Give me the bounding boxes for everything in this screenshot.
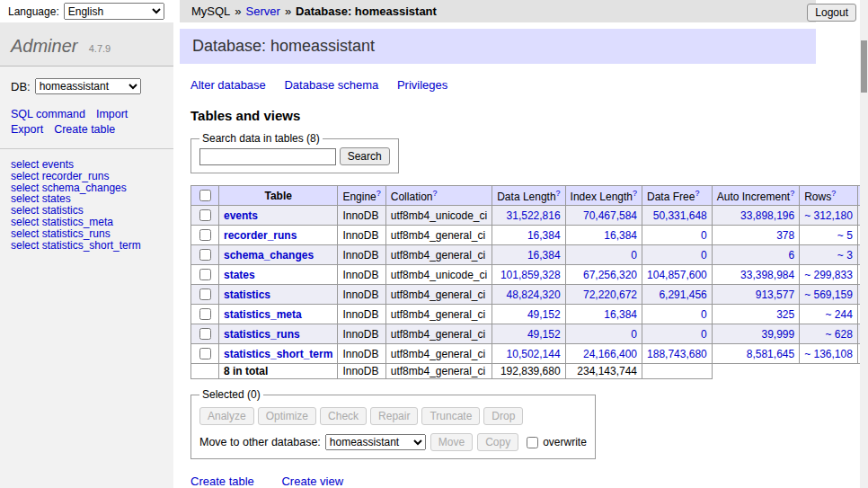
auto-increment-link[interactable]: 913,577 bbox=[756, 288, 794, 301]
help-icon[interactable]: ? bbox=[695, 189, 699, 198]
data-free-link[interactable]: 6,291,456 bbox=[659, 288, 706, 301]
move-label: Move to other database: bbox=[199, 436, 321, 448]
help-icon[interactable]: ? bbox=[556, 189, 561, 198]
row-checkbox[interactable] bbox=[199, 249, 211, 261]
data-free-link[interactable]: 0 bbox=[701, 249, 707, 262]
help-icon[interactable]: ? bbox=[790, 189, 794, 198]
data-length-link[interactable]: 48,824,320 bbox=[507, 288, 561, 301]
rows-link[interactable]: ~ 3 bbox=[837, 249, 853, 262]
rows-link[interactable]: ~ 136,108 bbox=[804, 348, 853, 360]
row-checkbox[interactable] bbox=[199, 269, 211, 280]
sidebar-item-select-statistics-short-term[interactable]: select statistics_short_term bbox=[11, 240, 163, 252]
index-length-link[interactable]: 0 bbox=[631, 249, 637, 262]
sidebar-link-sql-command[interactable]: SQL command bbox=[11, 108, 85, 120]
rows-link[interactable]: ~ 299,833 bbox=[804, 269, 853, 281]
table-link[interactable]: states bbox=[224, 269, 255, 281]
data-free-link[interactable]: 50,331,648 bbox=[653, 209, 707, 222]
index-length-link[interactable]: 72,220,672 bbox=[583, 288, 637, 301]
index-length-link[interactable]: 70,467,584 bbox=[583, 209, 637, 222]
auto-increment-link[interactable]: 6 bbox=[788, 249, 794, 262]
move-db-select[interactable]: homeassistant bbox=[325, 434, 426, 450]
auto-increment-link[interactable]: 33,898,196 bbox=[740, 209, 794, 222]
table-link[interactable]: events bbox=[224, 209, 258, 222]
data-free-link[interactable]: 0 bbox=[701, 328, 707, 341]
table-link[interactable]: statistics bbox=[224, 288, 270, 301]
sidebar-link-export[interactable]: Export bbox=[11, 123, 43, 136]
data-length-link[interactable]: 16,384 bbox=[527, 249, 561, 262]
column-header-collation: Collation? bbox=[385, 186, 492, 206]
move-button[interactable]: Move bbox=[430, 433, 473, 451]
repair-button[interactable]: Repair bbox=[370, 407, 418, 425]
table-link[interactable]: schema_changes bbox=[224, 249, 314, 262]
search-button[interactable]: Search bbox=[340, 147, 390, 165]
auto-increment-link[interactable]: 378 bbox=[776, 229, 794, 242]
drop-button[interactable]: Drop bbox=[483, 407, 523, 425]
auto-increment-link[interactable]: 39,999 bbox=[761, 328, 794, 341]
table-link[interactable]: statistics_short_term bbox=[224, 348, 332, 360]
app-name: Adminer bbox=[11, 36, 77, 56]
database-schema-link[interactable]: Database schema bbox=[284, 78, 378, 92]
overwrite-checkbox[interactable] bbox=[527, 437, 538, 448]
help-icon[interactable]: ? bbox=[432, 189, 437, 198]
sidebar-item-select-statistics-runs[interactable]: select statistics_runs bbox=[11, 228, 163, 240]
rows-link[interactable]: ~ 5 bbox=[837, 229, 853, 242]
sidebar-link-create-table[interactable]: Create table bbox=[54, 123, 115, 136]
help-icon[interactable]: ? bbox=[633, 189, 637, 198]
create-view-link[interactable]: Create view bbox=[281, 475, 343, 488]
data-length-link[interactable]: 101,859,328 bbox=[500, 269, 561, 281]
truncate-button[interactable]: Truncate bbox=[421, 407, 480, 425]
search-input[interactable] bbox=[199, 148, 336, 165]
data-length-link[interactable]: 31,522,816 bbox=[507, 209, 561, 222]
logout-button[interactable]: Logout bbox=[807, 4, 856, 22]
row-checkbox[interactable] bbox=[199, 348, 211, 359]
breadcrumb-server-link[interactable]: Server bbox=[246, 4, 280, 18]
copy-button[interactable]: Copy bbox=[477, 433, 518, 451]
data-length-link[interactable]: 49,152 bbox=[527, 328, 561, 341]
collation-cell: utf8mb4_general_ci bbox=[385, 324, 492, 344]
index-length-link[interactable]: 67,256,320 bbox=[583, 269, 637, 281]
create-table-link[interactable]: Create table bbox=[190, 475, 254, 488]
sidebar-item-select-events[interactable]: select events bbox=[11, 159, 163, 171]
data-length-link[interactable]: 49,152 bbox=[527, 308, 561, 321]
data-length-link[interactable]: 10,502,144 bbox=[507, 348, 561, 360]
row-checkbox[interactable] bbox=[199, 308, 211, 320]
index-length-link[interactable]: 0 bbox=[631, 328, 637, 341]
auto-increment-link[interactable]: 8,581,645 bbox=[747, 348, 794, 360]
scrollbar-thumb[interactable] bbox=[861, 40, 867, 93]
data-free-link[interactable]: 188,743,680 bbox=[647, 348, 707, 360]
table-link[interactable]: statistics_meta bbox=[224, 308, 302, 321]
auto-increment-link[interactable]: 33,398,984 bbox=[740, 269, 794, 281]
index-length-link[interactable]: 24,166,400 bbox=[583, 348, 637, 360]
optimize-button[interactable]: Optimize bbox=[258, 407, 316, 425]
row-checkbox[interactable] bbox=[199, 328, 211, 340]
analyze-button[interactable]: Analyze bbox=[199, 407, 254, 425]
sidebar-item-select-recorder-runs[interactable]: select recorder_runs bbox=[11, 171, 163, 182]
table-link[interactable]: recorder_runs bbox=[224, 229, 297, 242]
rows-link[interactable]: ~ 244 bbox=[826, 308, 853, 321]
row-checkbox[interactable] bbox=[199, 209, 211, 221]
rows-link[interactable]: ~ 569,159 bbox=[804, 288, 853, 301]
help-icon[interactable]: ? bbox=[831, 189, 836, 198]
sidebar-item-select-statistics-meta[interactable]: select statistics_meta bbox=[11, 217, 163, 228]
data-free-link[interactable]: 104,857,600 bbox=[647, 269, 707, 281]
alter-database-link[interactable]: Alter database bbox=[190, 78, 266, 92]
data-free-link[interactable]: 0 bbox=[701, 308, 707, 321]
data-length-link[interactable]: 16,384 bbox=[527, 229, 561, 242]
row-checkbox[interactable] bbox=[199, 229, 211, 241]
auto-increment-link[interactable]: 325 bbox=[776, 308, 794, 321]
rows-link[interactable]: ~ 312,180 bbox=[804, 209, 853, 222]
check-button[interactable]: Check bbox=[320, 407, 367, 425]
index-length-link[interactable]: 16,384 bbox=[604, 229, 637, 242]
help-icon[interactable]: ? bbox=[376, 189, 381, 198]
index-length-link[interactable]: 16,384 bbox=[604, 308, 637, 321]
rows-link[interactable]: ~ 628 bbox=[826, 328, 853, 341]
sidebar-link-import[interactable]: Import bbox=[96, 108, 128, 120]
table-link[interactable]: statistics_runs bbox=[224, 328, 300, 341]
select-all-checkbox[interactable] bbox=[199, 190, 211, 201]
row-checkbox[interactable] bbox=[199, 288, 211, 300]
scrollbar-track[interactable] bbox=[860, 0, 868, 488]
data-free-link[interactable]: 0 bbox=[701, 229, 707, 242]
privileges-link[interactable]: Privileges bbox=[397, 78, 447, 92]
language-select[interactable]: English bbox=[64, 3, 164, 20]
db-select[interactable]: homeassistant bbox=[35, 78, 141, 94]
